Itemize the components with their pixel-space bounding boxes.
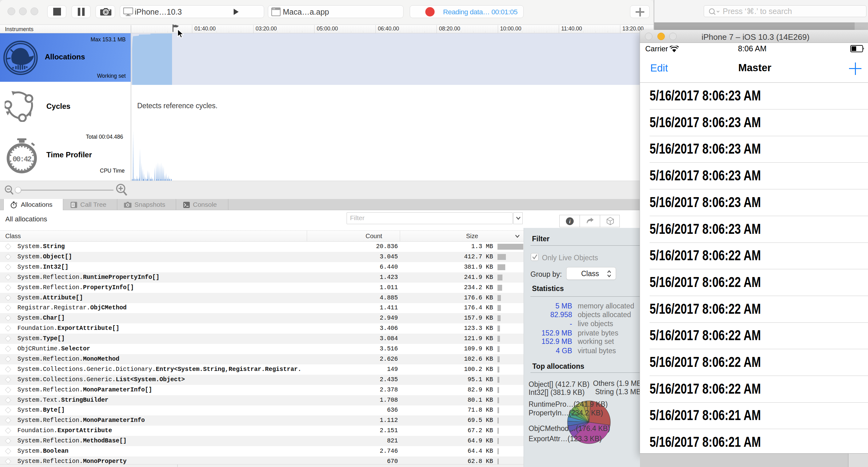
svg-text:00:42: 00:42	[12, 155, 31, 164]
svg-text:i: i	[569, 219, 570, 225]
